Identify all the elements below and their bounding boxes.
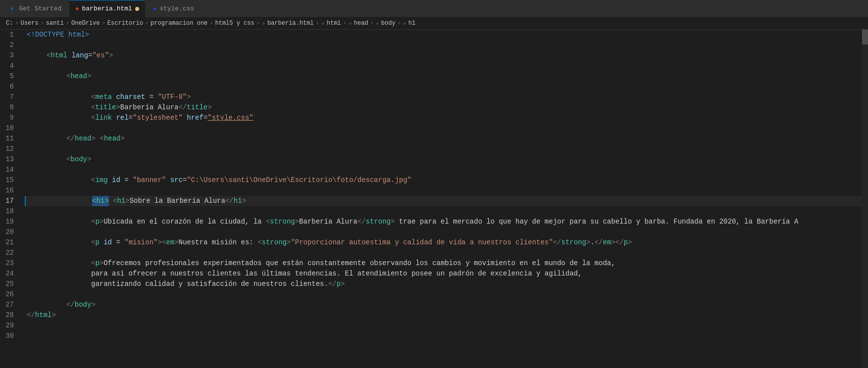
line-num-4: 4 xyxy=(0,61,19,71)
tab-get-started[interactable]: ⚡ Get Started xyxy=(4,0,67,17)
line-num-7: 7 xyxy=(0,92,19,102)
minimap-viewport[interactable] xyxy=(862,30,868,45)
tab-barberia-html-label: barberia.html xyxy=(82,5,132,12)
line-num-26: 26 xyxy=(0,289,19,300)
line-num-20: 20 xyxy=(0,227,19,237)
code-line-22 xyxy=(25,248,868,258)
breadcrumb-barberia-html: barberia.html xyxy=(267,20,314,27)
code-line-26 xyxy=(25,289,868,300)
line-num-29: 29 xyxy=(0,321,19,331)
h1-tag-highlight: <h1> xyxy=(92,196,109,206)
code-line-16 xyxy=(25,185,868,196)
code-line-12 xyxy=(25,144,868,154)
line-num-13: 13 xyxy=(0,154,19,165)
editor[interactable]: 1 2 3 4 5 6 7 8 9 10 11 12 13 14 15 16 1… xyxy=(0,30,868,368)
breadcrumb-programacion: programacion one xyxy=(151,20,207,27)
code-line-17: <h1> <h1>Sobre la Barbería Alura</h1> xyxy=(25,196,868,206)
code-line-3: <html lang="es"> xyxy=(25,50,868,61)
line-num-5: 5 xyxy=(0,71,19,82)
tab-get-started-label: Get Started xyxy=(19,5,61,12)
code-line-2 xyxy=(25,40,868,50)
code-line-4 xyxy=(25,61,868,71)
html-file-icon: ◈ xyxy=(75,5,79,12)
code-editor[interactable]: <!DOCTYPE html> <html lang="es"> <head> … xyxy=(25,30,868,368)
line-num-23: 23 xyxy=(0,258,19,269)
line-num-8: 8 xyxy=(0,102,19,113)
breadcrumb-head-icon: ⬦ xyxy=(349,20,352,26)
code-line-1: <!DOCTYPE html> xyxy=(25,30,868,40)
line-num-22: 22 xyxy=(0,248,19,258)
line-num-16: 16 xyxy=(0,185,19,196)
code-line-20 xyxy=(25,227,868,237)
breadcrumb-escritorio: Escritorio xyxy=(107,20,143,27)
line-num-1: 1 xyxy=(0,30,19,40)
breadcrumb-body: body xyxy=(381,20,396,27)
code-line-21: <p id = "mision"><em>Nuestra misión es: … xyxy=(25,237,868,248)
line-num-30: 30 xyxy=(0,331,19,341)
code-line-14 xyxy=(25,165,868,175)
breadcrumb-body-icon: ⬦ xyxy=(376,20,379,26)
code-line-30 xyxy=(25,331,868,341)
line-num-14: 14 xyxy=(0,165,19,175)
line-num-18: 18 xyxy=(0,206,19,217)
line-num-6: 6 xyxy=(0,82,19,92)
code-line-13: <body> xyxy=(25,154,868,165)
line-num-11: 11 xyxy=(0,134,19,144)
breadcrumb-html5css: html5 y css xyxy=(215,20,255,27)
line-num-2: 2 xyxy=(0,40,19,50)
code-line-15: <img id = "banner" src="C:\Users\santi\O… xyxy=(25,175,868,185)
line-num-27: 27 xyxy=(0,300,19,310)
tab-barberia-html[interactable]: ◈ barberia.html xyxy=(69,0,145,17)
breadcrumb-onedrive: OneDrive xyxy=(71,20,100,27)
line-num-19: 19 xyxy=(0,217,19,227)
code-line-19: <p>Ubicada en el corazón de la ciudad, l… xyxy=(25,217,868,227)
line-num-17: 17 xyxy=(0,196,19,206)
breadcrumb-head: head xyxy=(354,20,368,27)
code-line-10 xyxy=(25,123,868,134)
breadcrumb-html: html xyxy=(327,20,341,27)
breadcrumb-c: C: xyxy=(6,20,13,27)
code-line-24: para así ofrecer a nuestros clientes las… xyxy=(25,269,868,279)
line-num-28: 28 xyxy=(0,310,19,321)
line-num-21: 21 xyxy=(0,237,19,248)
breadcrumb-file-icon: ⬦ xyxy=(262,20,265,26)
code-line-6 xyxy=(25,82,868,92)
code-line-23: <p>Ofrecemos profesionales experimentado… xyxy=(25,258,868,269)
minimap-scrollbar[interactable] xyxy=(862,30,868,368)
breadcrumb: C: › Users › santi › OneDrive › Escritor… xyxy=(0,17,868,30)
line-num-24: 24 xyxy=(0,269,19,279)
code-line-11: </head> <head> xyxy=(25,134,868,144)
breadcrumb-santi: santi xyxy=(46,20,64,27)
tab-style-css-label: style.css xyxy=(159,5,194,12)
line-num-12: 12 xyxy=(0,144,19,154)
code-line-27: </body> xyxy=(25,300,868,310)
code-line-25: garantizando calidad y satisfacción de n… xyxy=(25,279,868,289)
code-line-29 xyxy=(25,321,868,331)
code-line-28: </html> xyxy=(25,310,868,321)
line-num-10: 10 xyxy=(0,123,19,134)
code-line-18 xyxy=(25,206,868,217)
tab-style-css[interactable]: ◈ style.css xyxy=(147,0,200,17)
breadcrumb-users: Users xyxy=(21,20,39,27)
line-num-15: 15 xyxy=(0,175,19,185)
code-line-8: <title>Barbería Alura</title> xyxy=(25,102,868,113)
breadcrumb-html-icon: ⬦ xyxy=(321,20,325,26)
line-numbers: 1 2 3 4 5 6 7 8 9 10 11 12 13 14 15 16 1… xyxy=(0,30,25,368)
line-num-25: 25 xyxy=(0,279,19,289)
vscode-icon: ⚡ xyxy=(10,4,14,13)
tab-modified-indicator xyxy=(135,7,139,11)
breadcrumb-h1-icon: ⬦ xyxy=(403,20,407,26)
code-line-5: <head> xyxy=(25,71,868,82)
css-file-icon: ◈ xyxy=(153,5,156,12)
line-num-3: 3 xyxy=(0,50,19,61)
code-line-7: <meta charset = "UTF-8"> xyxy=(25,92,868,102)
title-bar: ⚡ Get Started ◈ barberia.html ◈ style.cs… xyxy=(0,0,868,17)
code-line-9: <link rel="stylesheet" href="style.css" xyxy=(25,113,868,123)
breadcrumb-h1: h1 xyxy=(408,20,415,27)
line-num-9: 9 xyxy=(0,113,19,123)
